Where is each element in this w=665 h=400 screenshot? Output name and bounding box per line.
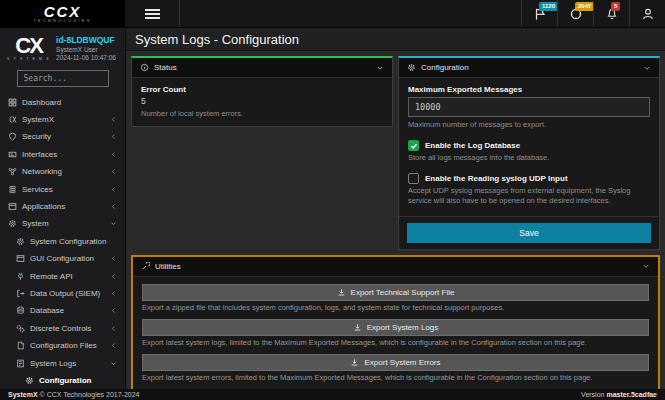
utilities-panel: Utilities Export Technical Support File … (131, 255, 660, 390)
flags-button[interactable]: 1120 (521, 0, 557, 27)
export-system-logs-button[interactable]: Export System Logs (142, 319, 649, 336)
sidebar-item-label: System Logs (30, 359, 76, 368)
sidebar-item-system[interactable]: System (0, 215, 125, 232)
sidebar-item-configuration[interactable]: Configuration (0, 372, 125, 389)
user-role: SystemX User (56, 46, 116, 53)
window-icon (16, 254, 25, 263)
cx-systems-logo: CX S Y S T E M S (7, 35, 50, 62)
syslog-udp-label: Enable the Reading syslog UDP Input (425, 174, 568, 183)
sidebar-item-label: System (22, 219, 49, 228)
notifications-button[interactable]: 5 (593, 0, 629, 27)
top-bar: CCX TECHNOLOGIES 1120 2047 5 (0, 0, 665, 28)
sidebar-item-label: Database (30, 306, 64, 315)
footer-copyright-text: © CCX Technologies 2017-2024 (40, 391, 140, 398)
shield-icon (8, 132, 17, 141)
brand-logo: CCX TECHNOLOGIES (0, 0, 125, 27)
sidebar-item-system-logs[interactable]: System Logs (0, 354, 125, 371)
chevron-down-icon (642, 262, 650, 270)
chevron-left-icon (110, 255, 117, 262)
export-system-errors-button[interactable]: Export System Errors (142, 354, 649, 371)
sidebar-item-services[interactable]: Services (0, 180, 125, 197)
sidebar-item-networking[interactable]: Networking (0, 163, 125, 180)
util-button-label: Export System Errors (364, 358, 440, 367)
sidebar-item-data-output-siem[interactable]: Data Output (SIEM) (0, 285, 125, 302)
sidebar-item-discrete-controls[interactable]: Discrete Controls (0, 320, 125, 337)
max-exported-input[interactable] (408, 97, 650, 117)
sidebar-item-label: Discrete Controls (30, 324, 91, 333)
syslog-udp-checkbox[interactable] (408, 173, 419, 184)
brand-logo-text: CCX (44, 5, 82, 18)
cx-logo-text: CX (15, 35, 42, 57)
chevron-left-icon (110, 290, 117, 297)
chevron-left-icon (110, 116, 117, 123)
wrench-icon (141, 262, 150, 271)
sidebar-item-label: Configuration (39, 376, 91, 385)
database-icon (16, 306, 25, 315)
dashboard-grid-icon (8, 98, 17, 107)
sidebar-item-label: Security (22, 132, 51, 141)
footer-version: Version master.5cadfae (581, 391, 657, 398)
systemx-icon (8, 115, 17, 124)
footer-version-label: Version (581, 391, 604, 398)
sidebar-item-gui-configuration[interactable]: GUI Configuration (0, 250, 125, 267)
footer: SystemX © CCX Technologies 2017-2024 Ver… (0, 389, 665, 400)
status-panel-title: Status (154, 63, 177, 72)
util-help-text: Export a zipped file that includes syste… (142, 303, 649, 312)
configuration-panel-title: Configuration (421, 63, 469, 72)
person-icon (641, 7, 655, 21)
download-icon (353, 323, 362, 332)
plug-icon (16, 272, 25, 281)
log-database-checkbox[interactable] (408, 140, 419, 151)
file-icon (16, 341, 25, 350)
chevron-left-icon (110, 133, 117, 140)
user-info-panel: CX S Y S T E M S id-8LDBWQUF SystemX Use… (0, 28, 125, 66)
chevron-left-icon (110, 307, 117, 314)
chevron-left-icon (110, 168, 117, 175)
status-panel: Status Error Count 5 Number of local sys… (131, 56, 393, 127)
util-help-text: Export latest system errors, limited to … (142, 373, 649, 382)
data-output-icon (16, 289, 25, 298)
sidebar-item-system-configuration[interactable]: System Configuration (0, 233, 125, 250)
sidebar-item-systemx[interactable]: SystemX (0, 111, 125, 128)
sidebar-item-applications[interactable]: Applications (0, 198, 125, 215)
chevron-left-icon (110, 325, 117, 332)
sidebar-item-label: Remote API (30, 272, 73, 281)
window-icon (8, 202, 17, 211)
export-technical-support-file-button[interactable]: Export Technical Support File (142, 284, 649, 301)
sidebar-item-label: Applications (22, 202, 65, 211)
util-button-label: Export System Logs (367, 323, 439, 332)
notifications-count-badge: 5 (611, 2, 620, 11)
search-input[interactable] (17, 70, 109, 87)
network-icon (8, 167, 17, 176)
status-panel-header[interactable]: Status (132, 58, 392, 78)
util-help-text: Export latest system logs, limited to th… (142, 338, 649, 347)
sidebar-item-label: System Configuration (30, 237, 106, 246)
footer-version-value: master.5cadfae (606, 391, 657, 398)
brand-logo-subtitle: TECHNOLOGIES (33, 18, 91, 23)
sidebar-item-dashboard[interactable]: Dashboard (0, 94, 125, 111)
download-icon (350, 358, 359, 367)
save-button[interactable]: Save (407, 223, 651, 243)
sidebar-item-label: Interfaces (22, 150, 57, 159)
sidebar-item-interfaces[interactable]: Interfaces (0, 146, 125, 163)
menu-toggle-button[interactable] (125, 0, 180, 27)
sidebar: CX S Y S T E M S id-8LDBWQUF SystemX Use… (0, 28, 125, 389)
max-exported-help: Maximum number of messages to export. (408, 120, 650, 130)
sidebar-item-configuration-files[interactable]: Configuration Files (0, 337, 125, 354)
user-timestamp: 2024-11-06 10:47:06 (56, 54, 116, 61)
sidebar-item-database[interactable]: Database (0, 302, 125, 319)
log-database-checkbox-row[interactable]: Enable the Log Database (408, 140, 650, 151)
download-icon (337, 288, 346, 297)
sidebar-menu: Dashboard SystemX Security Interfaces Ne… (0, 94, 125, 390)
sidebar-item-remote-api[interactable]: Remote API (0, 267, 125, 284)
user-account-button[interactable] (629, 0, 665, 27)
cx-logo-subtitle: S Y S T E M S (7, 58, 50, 62)
configuration-panel-header[interactable]: Configuration (399, 58, 659, 78)
dial-button[interactable]: 2047 (557, 0, 593, 27)
check-icon (410, 142, 418, 150)
sidebar-item-security[interactable]: Security (0, 128, 125, 145)
utilities-panel-header[interactable]: Utilities (133, 257, 658, 277)
chevron-left-icon (110, 186, 117, 193)
gears-icon (16, 324, 25, 333)
syslog-udp-checkbox-row[interactable]: Enable the Reading syslog UDP Input (408, 173, 650, 184)
